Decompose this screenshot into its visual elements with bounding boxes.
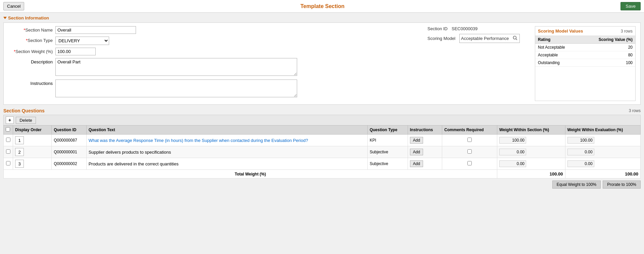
question-text-cell: Supplier delivers products to specificat… <box>86 146 367 158</box>
weight-section-cell <box>497 158 565 170</box>
instructions-add-button[interactable]: Add <box>410 137 423 144</box>
comments-required-checkbox[interactable] <box>467 138 472 142</box>
col-display-order: Display Order <box>13 125 52 135</box>
row-checkbox-cell <box>4 146 13 158</box>
section-id-value: SEC0000039 <box>452 26 477 31</box>
col-question-id: Question ID <box>52 125 86 135</box>
question-text: Products are delivered in the correct qu… <box>89 161 179 166</box>
section-info-body: *Section Name *Section Type DELIVERY <box>3 22 641 105</box>
display-order-cell: 3 <box>13 158 52 170</box>
col-instructions: Instructions <box>408 125 442 135</box>
cancel-button[interactable]: Cancel <box>3 2 24 10</box>
delete-question-button[interactable]: Delete <box>16 117 36 124</box>
description-textarea[interactable]: Overall Part <box>55 58 297 76</box>
prorate-button[interactable]: Prorate to 100% <box>603 181 641 189</box>
comments-required-cell <box>442 135 497 146</box>
section-name-input[interactable] <box>55 26 136 34</box>
total-weight-label: Total Weight (%) <box>4 170 497 179</box>
section-id-label: Section ID <box>427 26 448 31</box>
instructions-label: Instructions <box>8 80 55 86</box>
instructions-textarea[interactable] <box>55 80 297 97</box>
weight-section-input[interactable] <box>499 137 526 144</box>
scoring-model-panel-header: Scoring Model Values 3 rows <box>535 27 635 36</box>
scoring-model-panel: Scoring Model Values 3 rows Rating Scori… <box>535 26 636 101</box>
col-weight-evaluation: Weight Within Evaluation (%) <box>565 125 640 135</box>
table-row: 3 Q000000002 Products are delivered in t… <box>4 158 641 170</box>
scoring-model-value: Acceptable Performance <box>461 36 512 41</box>
svg-point-0 <box>513 36 516 39</box>
row-checkbox-cell <box>4 135 13 146</box>
scoring-value: 20 <box>581 44 635 51</box>
question-id-cell: Q000000087 <box>52 135 86 146</box>
scoring-model-search-button[interactable] <box>512 35 518 42</box>
section-name-row: *Section Name <box>8 26 414 34</box>
row-checkbox-cell <box>4 158 13 170</box>
total-weight-row: Total Weight (%) 100.00 100.00 <box>4 170 641 179</box>
section-weight-control <box>55 48 190 55</box>
weight-evaluation-input[interactable] <box>567 160 594 167</box>
scoring-value: 80 <box>581 51 635 59</box>
page-title: Template Section <box>24 3 620 9</box>
scoring-table-body: Not Acceptable 20 Acceptable 80 Outstand… <box>535 44 635 67</box>
scoring-model-field: Acceptable Performance <box>459 34 520 43</box>
weight-evaluation-input[interactable] <box>567 137 594 144</box>
total-weight-section: 100.00 <box>497 170 565 179</box>
weight-evaluation-input[interactable] <box>567 149 594 155</box>
row-checkbox[interactable] <box>6 161 10 165</box>
section-info-left: *Section Name *Section Type DELIVERY <box>8 26 414 101</box>
save-button[interactable]: Save <box>620 2 641 10</box>
col-checkbox <box>4 125 13 135</box>
scoring-model-rows-count: 3 rows <box>621 29 633 34</box>
instructions-cell: Add <box>408 158 442 170</box>
section-type-label: *Section Type <box>8 37 55 43</box>
select-all-checkbox[interactable] <box>6 127 10 132</box>
scoring-value: 100 <box>581 59 635 67</box>
weight-section-cell <box>497 146 565 158</box>
question-text-cell: What was the Average Response Time (in h… <box>86 135 367 146</box>
section-weight-input[interactable] <box>55 48 96 55</box>
page-content: Section Information *Section Name *Se <box>0 13 644 191</box>
instructions-control <box>55 80 414 98</box>
col-question-text: Question Text <box>86 125 367 135</box>
scoring-model-panel-title: Scoring Model Values <box>538 29 583 34</box>
col-comments-required: Comments Required <box>442 125 497 135</box>
section-type-control: DELIVERY <box>55 37 190 45</box>
question-text-link[interactable]: What was the Average Response Time (in h… <box>89 138 308 143</box>
comments-required-checkbox[interactable] <box>467 161 472 165</box>
add-question-button[interactable]: + <box>6 116 14 124</box>
question-type-cell: Subjective <box>367 158 408 170</box>
display-order-cell: 1 <box>13 135 52 146</box>
weight-section-cell <box>497 135 565 146</box>
svg-line-1 <box>516 39 517 40</box>
scoring-model-label: Scoring Model <box>427 36 455 41</box>
instructions-add-button[interactable]: Add <box>410 149 423 155</box>
equal-weight-button[interactable]: Equal Weight to 100% <box>552 181 601 189</box>
row-checkbox[interactable] <box>6 138 10 142</box>
weight-section-input[interactable] <box>499 149 526 155</box>
questions-table-footer: Total Weight (%) 100.00 100.00 <box>4 170 641 179</box>
display-order-box: 1 <box>15 136 24 144</box>
questions-toolbar: + Delete <box>3 115 641 125</box>
scoring-table-row: Outstanding 100 <box>535 59 635 67</box>
question-id-cell: Q000000001 <box>52 146 86 158</box>
total-weight-evaluation: 100.00 <box>565 170 640 179</box>
comments-required-checkbox[interactable] <box>467 149 472 154</box>
section-info-middle: Section ID SEC0000039 Scoring Model Acce… <box>421 26 528 101</box>
search-icon <box>513 36 517 40</box>
section-info-title: Section Information <box>8 15 49 20</box>
page-header: Cancel Template Section Save <box>0 0 644 13</box>
instructions-row: Instructions <box>8 80 414 98</box>
description-row: Description Overall Part <box>8 58 414 77</box>
display-order-box: 2 <box>15 148 24 156</box>
section-type-select[interactable]: DELIVERY <box>55 37 109 45</box>
question-text-cell: Products are delivered in the correct qu… <box>86 158 367 170</box>
weight-section-input[interactable] <box>499 160 526 167</box>
scoring-model-row: Scoring Model Acceptable Performance <box>427 34 528 43</box>
section-questions-title: Section Questions <box>3 108 45 113</box>
collapse-icon[interactable] <box>3 17 7 19</box>
instructions-add-button[interactable]: Add <box>410 160 423 167</box>
section-info-header: Section Information <box>3 15 641 20</box>
col-question-type: Question Type <box>367 125 408 135</box>
row-checkbox[interactable] <box>6 149 10 154</box>
scoring-rating: Acceptable <box>535 51 581 59</box>
